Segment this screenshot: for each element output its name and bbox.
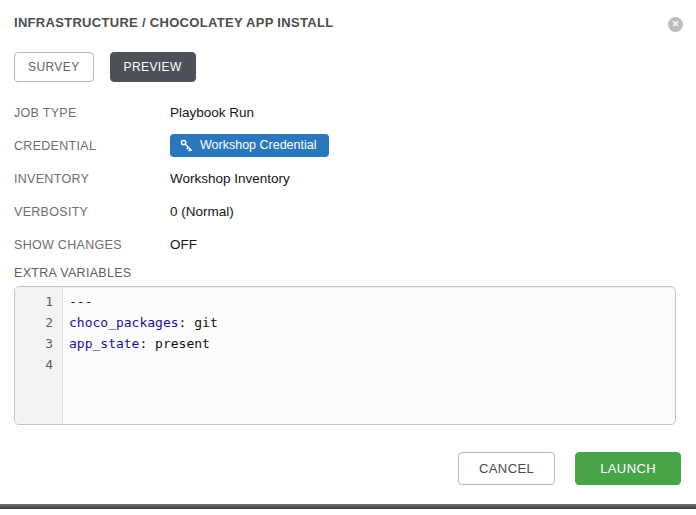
tab-survey[interactable]: SURVEY (14, 52, 94, 82)
yaml-key: choco_packages (69, 315, 179, 330)
editor-code-area[interactable]: --- choco_packages: git app_state: prese… (63, 287, 675, 424)
extra-variables-label: EXTRA VARIABLES (14, 266, 132, 280)
row-show-changes: SHOW CHANGES OFF (14, 228, 682, 261)
tab-preview[interactable]: PREVIEW (110, 52, 196, 82)
credential-badge-label: Workshop Credential (200, 138, 317, 152)
page-title: INFRASTRUCTURE / CHOCOLATEY APP INSTALL (14, 15, 333, 30)
launch-button[interactable]: LAUNCH (575, 452, 681, 485)
verbosity-label: VERBOSITY (14, 205, 170, 219)
editor-line-numbers: 1 2 3 4 (15, 287, 63, 424)
row-credential: CREDENTIAL Workshop Credential (14, 129, 682, 162)
line-number: 2 (15, 312, 62, 333)
code-line-2: choco_packages: git (69, 312, 675, 333)
line-number: 4 (15, 354, 62, 375)
verbosity-value: 0 (Normal) (170, 204, 234, 219)
show-changes-value: OFF (170, 237, 197, 252)
yaml-value: : present (139, 336, 209, 351)
job-type-label: JOB TYPE (14, 106, 170, 120)
line-number: 1 (15, 291, 62, 312)
yaml-key: app_state (69, 336, 139, 351)
cancel-button[interactable]: CANCEL (458, 452, 555, 485)
code-line-3: app_state: present (69, 333, 675, 354)
inventory-label: INVENTORY (14, 172, 170, 186)
tab-bar: SURVEY PREVIEW (14, 52, 196, 82)
modal-footer: CANCEL LAUNCH (458, 452, 681, 485)
code-line-1: --- (69, 291, 675, 312)
credential-label: CREDENTIAL (14, 139, 170, 153)
page-bottom-edge (0, 504, 696, 509)
job-preview-modal: INFRASTRUCTURE / CHOCOLATEY APP INSTALL … (0, 0, 696, 515)
close-glyph: ✕ (672, 20, 680, 29)
show-changes-label: SHOW CHANGES (14, 238, 170, 252)
row-job-type: JOB TYPE Playbook Run (14, 96, 682, 129)
key-icon (180, 139, 193, 152)
line-number: 3 (15, 333, 62, 354)
job-type-value: Playbook Run (170, 105, 254, 120)
yaml-doc-separator: --- (69, 294, 92, 309)
inventory-value: Workshop Inventory (170, 171, 290, 186)
row-verbosity: VERBOSITY 0 (Normal) (14, 195, 682, 228)
job-details: JOB TYPE Playbook Run CREDENTIAL Worksho… (14, 96, 682, 261)
yaml-value: : git (179, 315, 218, 330)
credential-value: Workshop Credential (170, 134, 329, 157)
credential-badge[interactable]: Workshop Credential (170, 134, 329, 157)
extra-variables-editor[interactable]: 1 2 3 4 --- choco_packages: git app_stat… (14, 286, 676, 425)
close-icon[interactable]: ✕ (668, 17, 683, 32)
row-inventory: INVENTORY Workshop Inventory (14, 162, 682, 195)
